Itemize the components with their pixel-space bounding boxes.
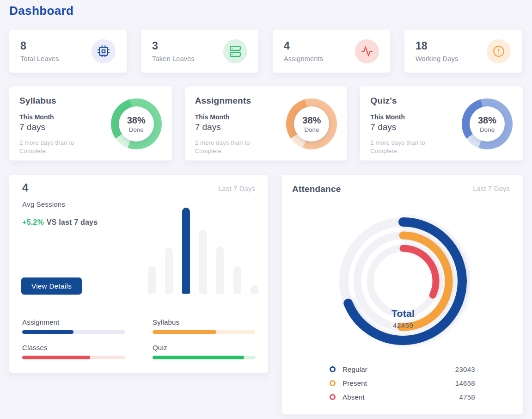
attendance-legend-row: Present14658 xyxy=(330,379,475,387)
stat-card-text: 3Taken Leaves xyxy=(152,40,195,62)
donut-center: 38%Done xyxy=(294,106,329,142)
ring-bullet-icon xyxy=(330,366,336,372)
sessions-legend-fill xyxy=(22,330,73,334)
attendance-rings-chart xyxy=(336,214,470,348)
server-icon xyxy=(223,39,247,63)
sessions-legend-label: Classes xyxy=(22,344,125,351)
progress-note: 2 more days than to Complete. xyxy=(19,139,98,155)
avg-sessions-label: Avg Sessions xyxy=(22,200,65,208)
sessions-legend-item: Syllabus xyxy=(153,318,255,334)
sessions-legend-track xyxy=(22,356,125,359)
sessions-legend-item: Quiz xyxy=(153,344,255,359)
sessions-legend: AssignmentSyllabusClassesQuiz xyxy=(22,318,255,359)
avg-sessions-value: 4 xyxy=(22,181,28,194)
progress-cards-row: SyllabusThis Month7 days2 more days than… xyxy=(9,86,523,160)
sessions-legend-item: Assignment xyxy=(22,318,125,334)
sessions-delta-row: +5.2%VS last 7 days xyxy=(22,218,98,227)
ring-bullet-icon xyxy=(330,394,336,400)
sessions-legend-track xyxy=(22,330,125,334)
donut-percent: 38% xyxy=(478,115,496,126)
donut-center: 38%Done xyxy=(470,106,505,142)
donut-caption: Done xyxy=(129,126,144,133)
stat-card-text: 4Assignments xyxy=(284,40,323,62)
stat-value: 3 xyxy=(152,40,195,52)
donut-percent: 38% xyxy=(127,115,146,126)
attendance-legend-row: Regular23043 xyxy=(330,365,475,373)
view-details-button[interactable]: View Details xyxy=(21,277,82,295)
stat-value: 18 xyxy=(416,40,458,52)
progress-donut-chart: 38%Done xyxy=(286,99,337,149)
bar-highlighted xyxy=(182,208,190,294)
bar xyxy=(216,246,224,294)
donut-caption: Done xyxy=(304,126,319,133)
progress-card: AssignmentsThis Month7 days2 more days t… xyxy=(185,86,348,160)
sessions-legend-track xyxy=(153,356,255,359)
sessions-legend-fill xyxy=(153,356,244,359)
attendance-title: Attendance xyxy=(292,184,341,194)
attendance-legend-value: 14658 xyxy=(455,379,475,387)
progress-note: 2 more days than to Complete. xyxy=(195,139,274,155)
bar xyxy=(148,266,156,294)
sessions-bar-chart xyxy=(148,208,258,294)
stat-label: Total Leaves xyxy=(20,55,59,62)
sessions-delta-note: VS last 7 days xyxy=(47,218,98,226)
stat-card: 18Working Days xyxy=(404,30,522,73)
stat-card: 4Assignments xyxy=(273,30,390,73)
attendance-legend-label: Present xyxy=(342,379,367,387)
stat-label: Taken Leaves xyxy=(152,55,195,62)
progress-donut-chart: 38%Done xyxy=(111,99,162,149)
progress-card: Quiz'sThis Month7 days2 more days than t… xyxy=(360,86,523,160)
stat-label: Working Days xyxy=(416,55,458,62)
sessions-range-label: Last 7 Days xyxy=(218,185,255,192)
stat-card-text: 18Working Days xyxy=(416,40,458,62)
sessions-legend-label: Syllabus xyxy=(153,318,255,326)
stat-cards-row: 8Total Leaves3Taken Leaves4Assignments18… xyxy=(9,30,522,73)
attendance-legend-value: 4758 xyxy=(459,393,475,401)
sessions-legend-track xyxy=(153,330,255,334)
attendance-legend-label: Regular xyxy=(342,365,367,373)
stat-card: 8Total Leaves xyxy=(9,30,127,73)
sessions-legend-fill xyxy=(22,356,90,359)
sessions-divider xyxy=(22,305,258,305)
attendance-range-label: Last 7 Days xyxy=(473,185,510,192)
donut-center: 38%Done xyxy=(119,106,154,142)
stat-card: 3Taken Leaves xyxy=(141,30,258,73)
attendance-legend-row: Absent4758 xyxy=(330,393,475,401)
bar xyxy=(199,230,207,294)
donut-percent: 38% xyxy=(302,115,321,126)
sessions-legend-fill xyxy=(153,330,216,334)
attendance-card: Attendance Last 7 Days Total 42459 Regul… xyxy=(282,175,523,414)
progress-card: SyllabusThis Month7 days2 more days than… xyxy=(9,86,172,160)
bar xyxy=(233,266,241,294)
progress-note: 2 more days than to Complete. xyxy=(370,139,449,155)
attendance-legend-label: Absent xyxy=(342,393,365,401)
alert-circle-icon xyxy=(487,39,511,63)
avg-sessions-card: 4 Last 7 Days Avg Sessions +5.2%VS last … xyxy=(9,175,268,373)
stat-value: 8 xyxy=(20,40,59,52)
bar xyxy=(251,285,258,294)
donut-caption: Done xyxy=(480,126,495,133)
attendance-legend: Regular23043Present14658Absent4758 xyxy=(330,365,475,407)
page-title: Dashboard xyxy=(9,4,73,18)
sessions-delta-value: +5.2% xyxy=(22,218,44,226)
bar xyxy=(165,247,173,294)
sessions-legend-item: Classes xyxy=(22,344,125,359)
sessions-legend-label: Assignment xyxy=(22,318,125,326)
progress-donut-chart: 38%Done xyxy=(462,99,513,149)
stat-value: 4 xyxy=(284,40,323,52)
activity-icon xyxy=(355,39,379,63)
stat-card-text: 8Total Leaves xyxy=(20,40,59,62)
ring-bullet-icon xyxy=(330,380,336,386)
cpu-icon xyxy=(92,39,116,63)
stat-label: Assignments xyxy=(284,55,323,62)
sessions-legend-label: Quiz xyxy=(153,344,255,351)
attendance-legend-value: 23043 xyxy=(455,365,475,373)
